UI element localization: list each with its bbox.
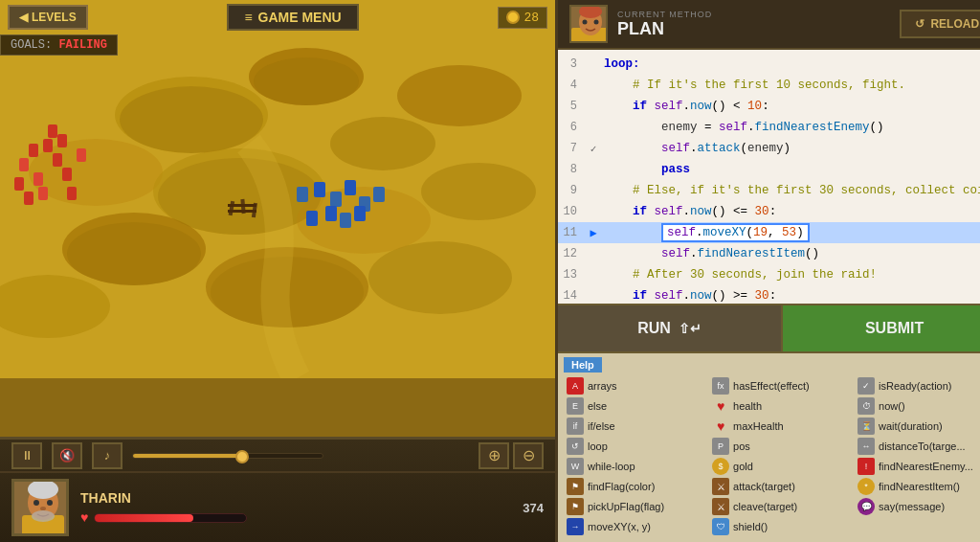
method-name: PLAN xyxy=(617,19,712,39)
svg-point-9 xyxy=(421,163,536,220)
svg-point-52 xyxy=(32,510,55,522)
zoom-in-button[interactable]: ⊕ xyxy=(479,442,509,469)
svg-rect-22 xyxy=(228,210,256,213)
gold-display: 28 xyxy=(498,7,547,29)
cleave-icon: ⚔ xyxy=(712,498,729,515)
help-item-distanceto[interactable]: ↔ distanceTo(targe... xyxy=(855,437,980,456)
help-item-isready[interactable]: ✓ isReady(action) xyxy=(855,376,980,395)
help-col-1: A arrays E else if if/else ↺ loop W wh xyxy=(564,376,709,536)
help-item-pos[interactable]: P pos xyxy=(709,437,855,456)
svg-rect-41 xyxy=(325,206,337,221)
gold-coin-icon xyxy=(506,11,520,24)
hero-info: THARIN ♥ xyxy=(80,490,511,526)
goals-bar: GOALS: FAILING xyxy=(0,34,118,56)
svg-point-49 xyxy=(33,500,39,506)
code-line: 10 if self.now() <= 30: xyxy=(558,201,980,222)
findnearestitem-icon: * xyxy=(858,478,875,495)
terrain-svg xyxy=(0,0,555,378)
code-line: 5 if self.now() < 10: xyxy=(558,96,980,117)
help-item-gold[interactable]: $ gold xyxy=(709,457,855,476)
help-section: Help A arrays E else if if/else ↺ loop xyxy=(558,353,980,542)
help-item-attack[interactable]: ⚔ attack(target) xyxy=(709,477,855,496)
help-item-cleave[interactable]: ⚔ cleave(target) xyxy=(709,497,855,516)
help-item-maxhealth[interactable]: ♥ maxHealth xyxy=(709,417,855,436)
zoom-controls: ⊕ ⊖ xyxy=(479,442,544,469)
svg-rect-33 xyxy=(67,187,77,200)
svg-rect-35 xyxy=(57,134,67,147)
svg-rect-39 xyxy=(345,180,356,195)
help-item-findnearestitem[interactable]: * findNearestItem() xyxy=(855,477,980,496)
code-line: 12 self.findNearestItem() xyxy=(558,243,980,264)
distanceto-icon: ↔ xyxy=(858,438,875,455)
haseffect-icon: fx xyxy=(712,377,729,395)
code-line: 4 # If it's the first 10 seconds, fight. xyxy=(558,75,980,96)
help-item-else[interactable]: E else xyxy=(564,396,709,416)
svg-rect-44 xyxy=(373,187,385,202)
svg-rect-21 xyxy=(228,204,256,207)
help-item-loop[interactable]: ↺ loop xyxy=(564,437,709,456)
chevron-left-icon: ◀ xyxy=(19,11,28,24)
findnearestenemy-icon: ! xyxy=(858,458,875,475)
help-item-now[interactable]: ⏱ now() xyxy=(855,396,980,416)
code-line: 7 ✓ self.attack(enemy) xyxy=(558,138,980,159)
help-item-wait[interactable]: ⏳ wait(duration) xyxy=(855,417,980,436)
character-portrait xyxy=(569,5,608,43)
svg-rect-37 xyxy=(314,182,325,197)
help-item-shield[interactable]: 🛡 shield() xyxy=(709,517,855,536)
code-line: 8 pass xyxy=(558,159,980,180)
svg-rect-32 xyxy=(48,124,57,138)
reload-button[interactable]: ↺ RELOAD xyxy=(900,10,980,38)
svg-rect-23 xyxy=(29,144,38,157)
svg-point-4 xyxy=(330,117,435,170)
code-lines: 3 loop: 4 # If it's the first 10 seconds… xyxy=(558,50,980,304)
game-menu-button[interactable]: ≡ GAME MENU xyxy=(227,4,358,31)
help-item-say[interactable]: 💬 say(message) xyxy=(855,497,980,516)
else-icon: E xyxy=(567,397,584,415)
findflag-icon: ⚑ xyxy=(567,478,584,495)
help-item-pickupflag[interactable]: ⚑ pickUpFlag(flag) xyxy=(564,497,709,516)
help-item-haseffect[interactable]: fx hasEffect(effect) xyxy=(709,376,855,395)
help-item-findnearestenemy[interactable]: ! findNearestEnemy... xyxy=(855,457,980,476)
code-editor-content[interactable]: 3 loop: 4 # If it's the first 10 seconds… xyxy=(558,50,980,304)
wait-icon: ⏳ xyxy=(858,418,875,435)
code-line: 3 loop: xyxy=(558,54,980,75)
reload-icon: ↺ xyxy=(915,17,924,31)
menu-icon: ≡ xyxy=(244,10,252,25)
health-icon: ♥ xyxy=(712,397,729,415)
svg-point-51 xyxy=(40,507,46,510)
pos-icon: P xyxy=(712,438,729,455)
svg-rect-43 xyxy=(306,211,318,226)
help-item-ifelse[interactable]: if if/else xyxy=(564,417,709,436)
run-button[interactable]: RUN ⇧↵ xyxy=(558,305,783,351)
help-col-2: fx hasEffect(effect) ♥ health ♥ maxHealt… xyxy=(709,376,855,536)
submit-button[interactable]: SUBMIT xyxy=(783,305,980,351)
shield-icon: 🛡 xyxy=(712,518,729,535)
character-face-svg xyxy=(571,7,608,43)
help-item-while[interactable]: W while-loop xyxy=(564,457,709,476)
pause-button[interactable]: ⏸ xyxy=(11,442,42,469)
svg-point-16 xyxy=(67,222,201,285)
action-bar: RUN ⇧↵ SUBMIT xyxy=(558,304,980,353)
gold-icon: $ xyxy=(712,458,729,475)
help-header: Help xyxy=(564,357,602,373)
heart-icon: ♥ xyxy=(80,510,88,526)
music-button[interactable]: ♪ xyxy=(92,442,122,469)
help-item-movexy[interactable]: → moveXY(x, y) xyxy=(564,517,709,536)
help-item-findflag[interactable]: ⚑ findFlag(color) xyxy=(564,477,709,496)
levels-button[interactable]: ◀ LEVELS xyxy=(8,5,88,30)
help-item-health[interactable]: ♥ health xyxy=(709,396,855,416)
svg-rect-29 xyxy=(62,168,72,181)
svg-rect-42 xyxy=(340,213,351,228)
isready-icon: ✓ xyxy=(858,377,875,395)
zoom-out-button[interactable]: ⊖ xyxy=(513,442,544,469)
code-line-active: 11 ▶ self.moveXY(19, 53) xyxy=(558,222,980,243)
volume-track[interactable] xyxy=(132,453,323,459)
help-item-arrays[interactable]: A arrays xyxy=(564,376,709,395)
volume-knob[interactable] xyxy=(235,450,249,463)
hero-name: THARIN xyxy=(80,490,511,506)
controls-row: ⏸ 🔇 ♪ ⊕ ⊖ xyxy=(0,440,555,473)
now-icon: ⏱ xyxy=(858,397,875,415)
svg-rect-30 xyxy=(38,187,48,200)
code-editor[interactable]: 3 loop: 4 # If it's the first 10 seconds… xyxy=(558,50,980,304)
mute-button[interactable]: 🔇 xyxy=(52,442,82,469)
